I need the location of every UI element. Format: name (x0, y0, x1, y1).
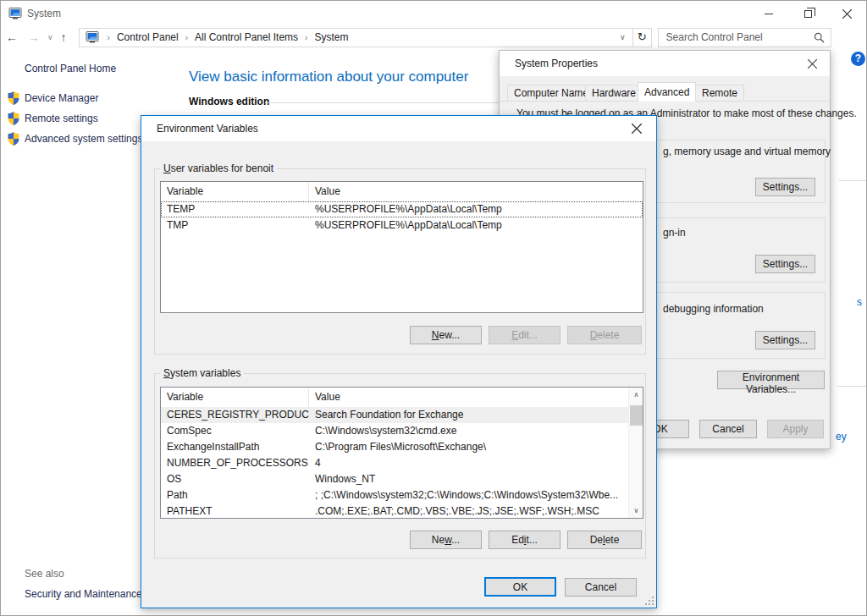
sidebar-item-device-manager[interactable]: Device Manager (8, 91, 98, 105)
tab-advanced[interactable]: Advanced (638, 82, 696, 102)
background-divider-fragment (839, 180, 867, 181)
tab-computer-name[interactable]: Computer Name (507, 85, 595, 102)
restore-icon (804, 10, 812, 18)
environment-variables-button[interactable]: Environment Variables... (717, 371, 825, 389)
table-row[interactable]: ExchangeInstallPath C:\Program Files\Mic… (161, 439, 643, 455)
column-header-value[interactable]: Value (309, 388, 643, 407)
user-new-button[interactable]: New... (410, 326, 482, 344)
see-also-heading: See also (25, 568, 64, 580)
windows-edition-heading: Windows edition (189, 96, 269, 107)
table-row[interactable]: Path ; ;C:\Windows\system32;C:\Windows;C… (161, 487, 643, 503)
performance-settings-button[interactable]: Settings... (755, 178, 815, 196)
breadcrumb-control-panel[interactable]: Control Panel (113, 31, 182, 43)
column-header-value[interactable]: Value (309, 182, 643, 201)
cancel-button[interactable]: Cancel (699, 420, 757, 438)
user-variables-table[interactable]: Variable Value TEMP %USERPROFILE%\AppDat… (160, 181, 643, 313)
address-dropdown-icon[interactable]: ∨ (613, 33, 632, 41)
breadcrumb-separator: › (182, 33, 191, 42)
scroll-up-icon[interactable]: ∧ (629, 388, 643, 402)
value-cell: 4 (309, 455, 643, 471)
sidebar-item-advanced-system-settings[interactable]: Advanced system settings (8, 132, 142, 146)
variable-cell: NUMBER_OF_PROCESSORS (161, 455, 309, 471)
minimize-button[interactable] (749, 1, 788, 26)
navigation-bar: ← → ∨ ↑ › Control Panel › All Control Pa… (1, 26, 866, 48)
value-cell: %USERPROFILE%\AppData\Local\Temp (309, 217, 643, 234)
forward-button: → (23, 30, 45, 44)
environment-variables-dialog: Environment Variables User variables for… (141, 115, 657, 608)
startup-description-fragment: debugging information (663, 303, 764, 315)
value-cell: %USERPROFILE%\AppData\Local\Temp (309, 201, 643, 217)
cancel-button[interactable]: Cancel (565, 578, 637, 597)
table-row[interactable]: TMP %USERPROFILE%\AppData\Local\Temp (161, 217, 643, 234)
search-input[interactable] (659, 31, 808, 43)
vertical-scrollbar[interactable]: ∧ ∨ (628, 388, 643, 518)
change-settings-link-fragment[interactable]: s (857, 296, 862, 308)
table-row[interactable]: CERES_REGISTRY_PRODUCT... Search Foundat… (161, 407, 643, 423)
label-part: De (590, 534, 603, 546)
table-row[interactable]: ComSpec C:\Windows\system32\cmd.exe (161, 423, 643, 439)
help-button[interactable]: ? (851, 52, 865, 66)
table-row[interactable]: TEMP %USERPROFILE%\AppData\Local\Temp (161, 201, 643, 217)
minimize-icon (765, 14, 773, 14)
address-bar[interactable]: › Control Panel › All Control Panel Item… (79, 28, 633, 47)
close-button[interactable] (626, 121, 648, 136)
system-edit-button[interactable]: Edit... (489, 531, 561, 549)
sidebar-item-label: Remote settings (25, 113, 98, 124)
background-divider-fragment (837, 386, 867, 387)
back-button[interactable]: ← (1, 30, 23, 44)
scroll-down-icon[interactable]: ∨ (629, 503, 643, 518)
control-panel-icon (86, 30, 99, 44)
restore-button[interactable] (788, 1, 827, 26)
scrollbar-thumb[interactable] (630, 405, 643, 426)
label-part: E (511, 329, 518, 341)
user-profiles-settings-button[interactable]: Settings... (755, 255, 815, 273)
label-part: t... (527, 534, 538, 546)
sidebar-item-remote-settings[interactable]: Remote settings (8, 112, 98, 125)
table-row[interactable]: OS Windows_NT (161, 471, 643, 487)
table-header: Variable Value (161, 182, 643, 201)
sidebar-item-control-panel-home[interactable]: Control Panel Home (25, 63, 116, 74)
variable-cell: OS (161, 471, 309, 487)
system-delete-button[interactable]: Delete (567, 531, 642, 549)
ok-button[interactable]: OK (484, 577, 556, 597)
table-row[interactable]: PATHEXT .COM;.EXE;.BAT;.CMD;.VBS;.VBE;.J… (161, 503, 643, 519)
performance-description-fragment: g, memory usage and virtual memory (663, 146, 831, 157)
close-button[interactable] (801, 56, 823, 71)
table-row[interactable]: NUMBER_OF_PROCESSORS 4 (161, 455, 643, 471)
system-window: System ← → ∨ ↑ › Control Panel › All Con… (0, 0, 867, 616)
tab-hardware[interactable]: Hardware (585, 85, 643, 102)
system-variables-label: System variables (160, 367, 244, 379)
label-part: S (163, 367, 170, 379)
breadcrumb-system[interactable]: System (311, 31, 351, 43)
sidebar-item-label: Advanced system settings (25, 133, 142, 145)
search-box (658, 28, 831, 47)
breadcrumb-separator: › (104, 33, 113, 42)
refresh-button[interactable]: ↻ (633, 28, 652, 47)
startup-settings-button[interactable]: Settings... (755, 331, 815, 349)
close-icon (842, 9, 852, 19)
breadcrumb-all-items[interactable]: All Control Panel Items (191, 31, 301, 43)
uac-shield-icon (8, 132, 19, 146)
search-icon[interactable] (808, 32, 831, 43)
recent-pages-dropdown[interactable]: ∨ (45, 33, 56, 41)
variable-cell: Path (161, 487, 309, 503)
close-icon (632, 124, 642, 134)
sidebar-item-security-and-maintenance[interactable]: Security and Maintenance (25, 588, 142, 600)
system-variables-table[interactable]: Variable Value CERES_REGISTRY_PRODUCT...… (160, 387, 643, 519)
close-button[interactable] (827, 1, 866, 26)
up-button[interactable]: ↑ (56, 30, 72, 44)
variable-cell: ExchangeInstallPath (161, 439, 309, 455)
tab-remote[interactable]: Remote (695, 85, 744, 102)
column-header-variable[interactable]: Variable (161, 182, 309, 201)
window-title: System (27, 8, 61, 19)
section-divider (265, 102, 500, 103)
resize-grip[interactable] (645, 597, 654, 605)
value-cell: Search Foundation for Exchange (309, 407, 643, 423)
dialog-title: System Properties (515, 58, 598, 69)
column-header-variable[interactable]: Variable (161, 388, 309, 407)
variable-cell: PATHEXT (161, 503, 309, 519)
user-variables-label: User variables for benoit (160, 162, 277, 174)
value-cell: .COM;.EXE;.BAT;.CMD;.VBS;.VBE;.JS;.JSE;.… (309, 503, 643, 519)
system-new-button[interactable]: New... (410, 531, 482, 549)
change-product-key-link-fragment[interactable]: ey (836, 431, 847, 443)
